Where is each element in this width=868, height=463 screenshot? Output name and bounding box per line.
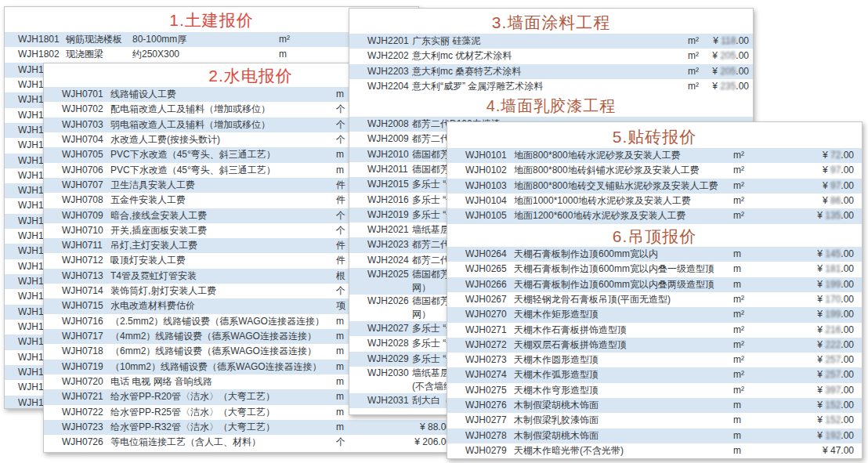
item-description: （2.5mm2）线路铺设费（德系WAGO连接器连接）: [110, 314, 324, 329]
table-row-WJH0270[interactable]: WJH0270天棚木作矩形造型顶m²¥ 199.00: [447, 307, 862, 322]
item-price: ¥ 118.00: [713, 34, 749, 49]
item-code: WJH0718: [62, 344, 103, 359]
item-description: 吸顶灯安装人工费: [110, 253, 186, 268]
table-row-WJH0266[interactable]: WJH0266天棚石膏板制作边顶600mm宽以内叠两级造型顶m¥ 199.00: [447, 277, 862, 292]
table-row-WJH0274[interactable]: WJH0274天棚木作弧形造型顶m²¥ 257.00: [447, 367, 862, 382]
item-unit: m²: [733, 353, 744, 367]
item-unit: m: [733, 262, 741, 277]
item-description: （6mm2）线路铺设费（德系WAGO连接器连接）: [110, 344, 316, 359]
item-description: 广东实丽 硅藻泥: [412, 34, 480, 49]
item-code: WJH0274: [465, 367, 507, 382]
item-description: 意大利“威罗” 金属浮雕艺术涂料: [412, 79, 543, 94]
item-description: 地面1000*1000地砖水泥砂浆及安装人工费: [514, 194, 691, 208]
table-row-WJH0723[interactable]: WJH0723给水管PP-R32管〈洁水〉（大弯工艺）m¥ 88.00: [44, 420, 458, 435]
table-row-WJH0276[interactable]: WJH0276木制假梁胡桃木饰面m¥ 152.00: [447, 398, 862, 413]
table-row-WJH0104[interactable]: WJH0104地面1000*1000地砖水泥砂浆及安装人工费m²¥ 86.00: [447, 194, 862, 208]
item-description: 吊灯,主灯安装人工费: [110, 238, 197, 253]
item-unit: m²: [733, 194, 744, 208]
item-price: ¥ 97.00: [823, 179, 854, 194]
item-description: 天棚木作矩形造型顶: [514, 307, 599, 322]
item-unit: m²: [733, 307, 744, 322]
table-row-WJH0273[interactable]: WJH0273天棚木作圆形造型顶m²¥ 257.00: [447, 353, 862, 367]
table-row-WJH2203[interactable]: WJH2203意大利mc 桑赛特艺术涂料m²¥ 205.00: [349, 64, 753, 79]
item-unit: m: [336, 87, 344, 102]
item-unit: m²: [733, 179, 744, 194]
item-code: WJH0705: [62, 147, 103, 162]
section-title-ceiling: 6.吊顶报价: [447, 224, 862, 247]
item-description: 天棚双层石膏板拼饰造型顶: [514, 338, 627, 353]
table-row-WJH0272[interactable]: WJH0272天棚双层石膏板拼饰造型顶m²¥ 222.00: [447, 338, 862, 353]
table-row-WJH0105[interactable]: WJH0105地面1200*600地砖水泥砂浆及安装人工费m²¥ 135.00: [447, 208, 862, 223]
item-description: 等电位箱连接工艺（含人工、材料）: [110, 435, 261, 450]
item-code: WJH1: [18, 229, 44, 244]
item-code: WJH1: [18, 183, 44, 198]
item-price: ¥ 47.00: [823, 443, 854, 458]
table-row-WJH0726[interactable]: WJH0726等电位箱连接工艺（含人工、材料）个¥ 206.00: [44, 435, 458, 450]
table-row-WJH0264[interactable]: WJH0264天棚石膏板制作边顶600mm宽以内m¥ 145.00: [447, 247, 862, 262]
item-unit: m²: [688, 79, 699, 94]
item-code: WJH0264: [465, 247, 507, 262]
item-unit: m: [733, 247, 741, 262]
item-code: WJH2029: [367, 352, 409, 367]
item-unit: m²: [733, 323, 744, 338]
item-code: WJH0266: [465, 277, 507, 292]
item-description: 现浇圈梁: [66, 47, 103, 62]
item-price: ¥ 86.00: [823, 194, 854, 208]
item-code: WJH0278: [465, 429, 507, 443]
item-code: WJH0279: [465, 443, 507, 458]
item-description: （10mm2）线路铺设费（德系WAGO连接器连接）: [110, 360, 322, 374]
item-code: WJH2030: [367, 367, 409, 380]
item-description: 装饰筒灯,射灯安装人工费: [110, 284, 216, 298]
item-code: WJH2027: [367, 321, 409, 336]
item-unit: m²: [733, 338, 744, 353]
item-price: ¥ 206.00: [414, 435, 451, 450]
table-row-WJH0267[interactable]: WJH0267天棚轻钢龙骨石膏板吊顶(平面无造型)m²¥ 170.00: [447, 292, 862, 307]
item-code: WJH0270: [465, 307, 507, 322]
table-row-WJH0279[interactable]: WJH0279天棚木作暗光带(不含光带)m¥ 47.00: [447, 443, 862, 458]
item-unit: m²: [733, 367, 744, 382]
item-price: ¥ 72.00: [823, 148, 854, 163]
item-code: WJH1: [18, 305, 44, 320]
table-row-WJH0101[interactable]: WJH0101地面800*800地砖水泥砂浆及安装人工费m²¥ 72.00: [447, 148, 862, 163]
table-row-WJH2202[interactable]: WJH2202意大利mc 优材艺术涂料m²¥ 205.00: [349, 49, 753, 63]
table-row-WJH0103[interactable]: WJH0103地面800*800地砖交叉铺贴水泥砂浆及安装人工费m²¥ 97.0…: [447, 179, 862, 194]
item-unit: m: [336, 360, 344, 374]
item-unit: m: [733, 413, 741, 428]
item-unit: 件: [336, 238, 345, 253]
table-row-WJH0271[interactable]: WJH0271天棚木作石膏板拼饰造型顶m²¥ 216.00: [447, 323, 862, 338]
item-price: ¥ 235.00: [712, 79, 749, 94]
item-unit: m: [733, 398, 741, 413]
item-unit: 项: [336, 298, 345, 313]
item-unit: m: [336, 389, 344, 404]
item-unit: m: [336, 344, 344, 359]
item-code: WJH2204: [367, 79, 409, 94]
item-code: WJH0707: [62, 178, 103, 193]
item-code: WJH0702: [62, 102, 103, 117]
item-unit: m: [279, 47, 287, 62]
item-code: WJH1: [18, 274, 44, 289]
item-description: 地面800*800地砖水泥砂浆及安装人工费: [514, 148, 681, 163]
table-row-WJH2204[interactable]: WJH2204意大利“威罗” 金属浮雕艺术涂料m²¥ 235.00: [349, 79, 753, 94]
item-code: WJH0105: [465, 208, 507, 223]
table-row-WJH2201[interactable]: WJH2201广东实丽 硅藻泥m²¥ 118.00: [349, 34, 753, 49]
item-code: WJH1: [18, 396, 44, 410]
item-description: 开关,插座面板安装工费: [110, 223, 207, 238]
item-code: WJH0720: [62, 374, 103, 389]
item-code: WJH2202: [367, 49, 409, 63]
panel-tile-ceiling-quote: 5.贴砖报价WJH0101地面800*800地砖水泥砂浆及安装人工费m²¥ 72…: [447, 121, 863, 459]
item-code: WJH0271: [465, 323, 507, 338]
table-row-WJH0265[interactable]: WJH0265天棚石膏板制作边顶600mm宽以内叠一级造型顶m¥ 181.00: [447, 262, 862, 277]
table-row-WJH0278[interactable]: WJH0278木制假梁胡桃木饰面m¥ 192.00: [447, 429, 862, 443]
item-code: WJH2008: [367, 117, 409, 132]
section-title-paint: 3.墙面涂料工程: [349, 9, 753, 34]
item-price: ¥ 205.00: [712, 49, 749, 63]
table-row-WJH0102[interactable]: WJH0102地面800*800地砖斜铺水泥砂浆及安装人工费m²¥ 97.00: [447, 163, 862, 178]
item-code: WJH0711: [62, 238, 103, 253]
item-code: WJH0276: [465, 398, 507, 413]
item-price: ¥ 145.00: [817, 247, 854, 262]
item-code: WJH1: [18, 365, 44, 380]
table-row-WJH0277[interactable]: WJH0277木制假梁乳胶漆饰面m¥ 152.00: [447, 413, 862, 428]
item-code: WJH0703: [62, 118, 103, 132]
item-code: WJH0708: [62, 193, 103, 208]
table-row-WJH0275[interactable]: WJH0275天棚木作穹形造型顶m²¥ 397.00: [447, 383, 862, 398]
